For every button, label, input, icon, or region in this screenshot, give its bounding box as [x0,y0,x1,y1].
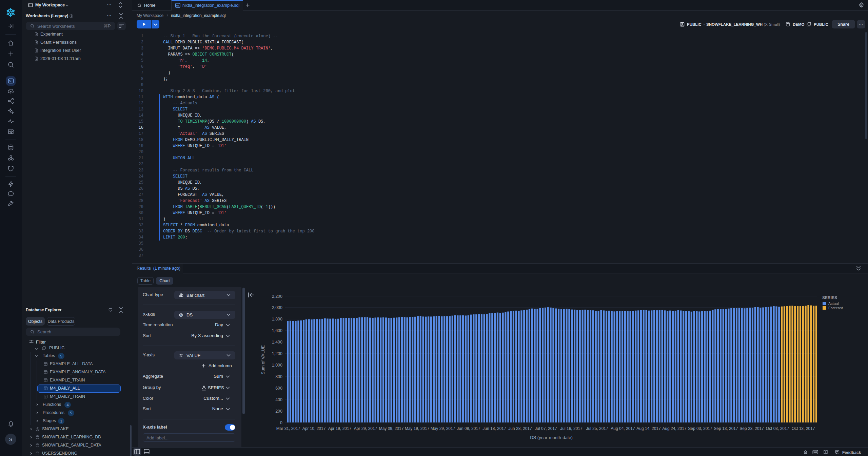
svg-text:0: 0 [280,420,282,425]
svg-text:Jun 18, 2017: Jun 18, 2017 [482,426,506,431]
svg-text:Aug 04, 2017: Aug 04, 2017 [611,426,635,431]
svg-text:May 29, 2017: May 29, 2017 [431,426,455,431]
svg-text:Jun 08, 2017: Jun 08, 2017 [457,426,480,431]
svg-text:May 19, 2017: May 19, 2017 [405,426,430,431]
svg-text:Oct 13, 2017: Oct 13, 2017 [792,426,815,431]
svg-text:Jun 28, 2017: Jun 28, 2017 [508,426,532,431]
svg-text:Aug 24, 2017: Aug 24, 2017 [662,426,687,431]
svg-text:800: 800 [275,374,282,379]
svg-text:Apr 19, 2017: Apr 19, 2017 [328,426,352,431]
svg-text:1,800: 1,800 [272,317,282,322]
svg-text:2,200: 2,200 [272,294,282,299]
svg-text:Sep 03, 2017: Sep 03, 2017 [688,426,712,431]
svg-text:Jul 25, 2017: Jul 25, 2017 [586,426,608,431]
svg-text:SERIES: SERIES [822,295,837,300]
svg-text:Sep 13, 2017: Sep 13, 2017 [714,426,738,431]
svg-text:Jul 07, 2017: Jul 07, 2017 [535,426,557,431]
svg-text:May 09, 2017: May 09, 2017 [379,426,404,431]
svg-text:1,600: 1,600 [272,328,282,333]
svg-text:200: 200 [275,409,282,414]
svg-text:1,200: 1,200 [272,351,282,356]
svg-text:Sum of VALUE: Sum of VALUE [260,345,265,374]
svg-text:Apr 10, 2017: Apr 10, 2017 [302,426,326,431]
svg-text:Mar 31, 2017: Mar 31, 2017 [276,426,300,431]
svg-text:Apr 29, 2017: Apr 29, 2017 [354,426,377,431]
svg-text:Actual: Actual [828,302,839,306]
svg-text:1,000: 1,000 [272,363,282,368]
svg-text:Forecast: Forecast [828,306,843,310]
svg-text:600: 600 [275,386,282,391]
svg-text:DS (year-month-date): DS (year-month-date) [530,435,573,440]
svg-text:1,400: 1,400 [272,340,282,345]
svg-text:Sep 23, 2017: Sep 23, 2017 [739,426,764,431]
svg-text:400: 400 [275,397,282,402]
svg-text:Aug 14, 2017: Aug 14, 2017 [636,426,661,431]
svg-text:Oct 03, 2017: Oct 03, 2017 [766,426,789,431]
svg-text:Jul 16, 2017: Jul 16, 2017 [560,426,583,431]
svg-text:2,000: 2,000 [272,305,282,310]
